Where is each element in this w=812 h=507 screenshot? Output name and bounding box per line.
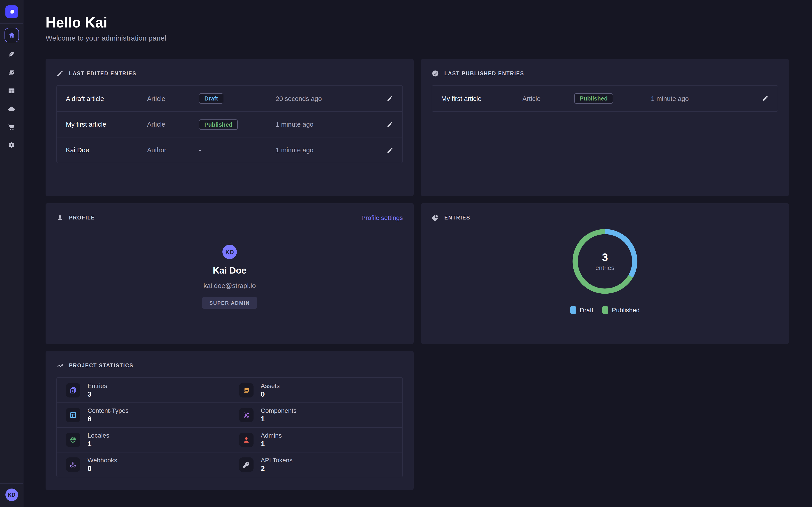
card-header: LAST EDITED ENTRIES <box>56 70 403 77</box>
legend-swatch-draft <box>570 306 576 314</box>
edit-entry-button[interactable] <box>762 95 769 102</box>
gear-icon <box>8 141 15 149</box>
edit-entry-button[interactable] <box>387 121 393 128</box>
table-row[interactable]: A draft article Article Draft 20 seconds… <box>57 86 402 111</box>
stat-value: 0 <box>88 464 117 473</box>
role-badge: SUPER ADMIN <box>202 297 257 309</box>
stat-value: 6 <box>88 414 129 423</box>
card-title: PROJECT STATISTICS <box>69 363 133 368</box>
content-types-icon <box>66 408 80 422</box>
profile-settings-link[interactable]: Profile settings <box>361 214 403 221</box>
trending-up-icon <box>56 362 64 369</box>
card-title: LAST PUBLISHED ENTRIES <box>444 71 524 76</box>
user-avatar[interactable]: KD <box>5 489 18 501</box>
stat-api-tokens: API Tokens 2 <box>230 452 402 477</box>
stat-assets: Assets 0 <box>230 378 402 402</box>
entry-type: Author <box>147 147 199 154</box>
main-content: Hello Kai Welcome to your administration… <box>23 0 812 507</box>
strapi-logo-icon <box>7 8 15 16</box>
sidebar-item-settings[interactable] <box>2 136 20 154</box>
media-library-icon <box>8 69 15 76</box>
stat-label: Assets <box>261 382 280 390</box>
components-icon <box>239 408 254 422</box>
entry-name: My first article <box>441 95 522 102</box>
stat-locales: Locales 1 <box>57 427 230 452</box>
check-circle-icon <box>432 70 439 77</box>
entry-type: Article <box>147 121 199 128</box>
stat-label: Entries <box>88 382 107 390</box>
assets-icon <box>239 383 254 397</box>
admins-icon <box>239 433 254 447</box>
dashboard-grid: LAST EDITED ENTRIES A draft article Arti… <box>46 59 789 490</box>
entry-time: 1 minute ago <box>275 147 375 154</box>
cloud-icon <box>8 105 15 112</box>
entries-unit: entries <box>596 264 614 271</box>
legend-swatch-published <box>603 306 608 314</box>
profile-avatar: KD <box>222 245 237 259</box>
table-row[interactable]: My first article Article Published 1 min… <box>432 86 778 111</box>
entries-icon <box>66 383 80 397</box>
strapi-logo[interactable] <box>5 5 18 18</box>
pencil-icon <box>56 70 64 77</box>
donut-chart: 3 entries <box>571 228 639 295</box>
person-icon <box>56 214 64 221</box>
sidebar-footer: KD <box>0 483 23 507</box>
sidebar-item-home[interactable] <box>4 28 19 42</box>
last-edited-entries-card: LAST EDITED ENTRIES A draft article Arti… <box>46 59 414 196</box>
home-icon <box>8 32 15 39</box>
entries-card: ENTRIES 3 entries <box>421 203 789 344</box>
card-title: ENTRIES <box>444 215 470 220</box>
stat-label: API Tokens <box>261 456 293 464</box>
legend-item-published: Published <box>603 306 640 314</box>
stat-value: 3 <box>88 390 107 398</box>
sidebar-item-content-type-builder[interactable] <box>2 81 20 100</box>
last-published-entries-card: LAST PUBLISHED ENTRIES My first article … <box>421 59 789 196</box>
pencil-icon <box>387 121 393 128</box>
card-header: PROJECT STATISTICS <box>56 362 403 369</box>
stat-webhooks: Webhooks 0 <box>57 452 230 477</box>
entry-time: 20 seconds ago <box>275 95 375 102</box>
edit-entry-button[interactable] <box>387 147 393 154</box>
pie-chart-icon <box>432 214 439 221</box>
entry-name: Kai Doe <box>66 147 147 154</box>
entry-type: Article <box>147 95 199 102</box>
stat-value: 1 <box>88 439 109 448</box>
sidebar-nav <box>0 28 23 154</box>
stat-admins: Admins 1 <box>230 427 402 452</box>
entry-time: 1 minute ago <box>651 95 751 102</box>
stat-label: Components <box>261 407 297 414</box>
stat-label: Admins <box>261 432 282 439</box>
entries-total: 3 <box>602 251 608 263</box>
entries-chart: 3 entries Draft Published <box>432 221 778 314</box>
status-badge: Draft <box>199 93 223 104</box>
profile-email: kai.doe@strapi.io <box>203 282 256 289</box>
sidebar-item-media-library[interactable] <box>2 64 20 81</box>
webhooks-icon <box>66 457 80 472</box>
card-header: LAST PUBLISHED ENTRIES <box>432 70 778 77</box>
profile-card: PROFILE Profile settings KD Kai Doe kai.… <box>46 203 414 344</box>
page-subtitle: Welcome to your administration panel <box>46 33 789 43</box>
card-title: LAST EDITED ENTRIES <box>69 71 137 76</box>
sidebar-item-content-manager[interactable] <box>2 46 20 64</box>
cart-icon <box>8 123 15 130</box>
card-header: ENTRIES <box>432 214 778 221</box>
status-badge: Published <box>574 93 613 104</box>
sidebar-item-marketplace[interactable] <box>2 118 20 136</box>
card-title: PROFILE <box>69 215 95 220</box>
api-tokens-icon <box>239 457 254 472</box>
edit-entry-button[interactable] <box>387 95 393 102</box>
stat-value: 2 <box>261 464 293 473</box>
layout-icon <box>8 87 15 95</box>
stat-label: Locales <box>88 432 109 439</box>
profile-name: Kai Doe <box>213 266 247 276</box>
table-row[interactable]: Kai Doe Author - 1 minute ago <box>57 137 402 163</box>
pencil-icon <box>387 95 393 102</box>
stat-content-types: Content-Types 6 <box>57 402 230 427</box>
table-row[interactable]: My first article Article Published 1 min… <box>57 111 402 137</box>
sidebar-item-cloud[interactable] <box>2 100 20 118</box>
status-empty: - <box>199 147 275 154</box>
last-published-table: My first article Article Published 1 min… <box>432 85 778 112</box>
pencil-icon <box>387 147 393 154</box>
stat-components: Components 1 <box>230 402 402 427</box>
feather-icon <box>8 51 15 58</box>
